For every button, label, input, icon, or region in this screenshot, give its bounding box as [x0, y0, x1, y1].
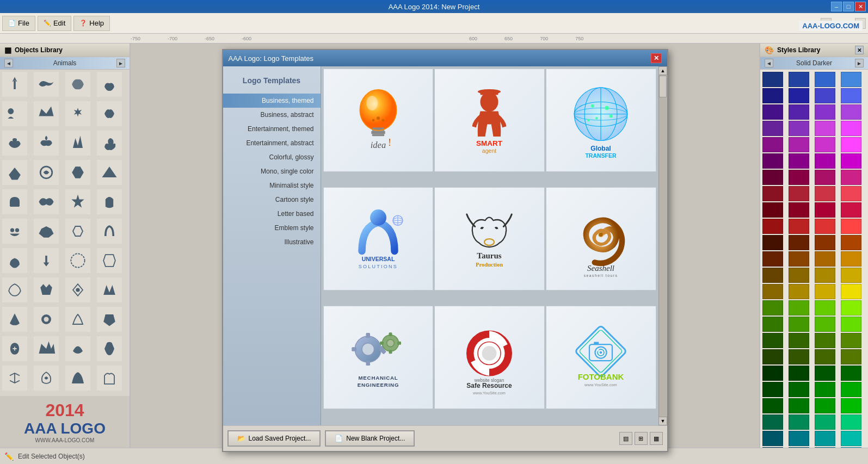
list-item[interactable]: [34, 101, 59, 126]
color-swatch[interactable]: [815, 104, 835, 120]
color-swatch[interactable]: [841, 137, 861, 152]
list-item[interactable]: [34, 72, 59, 97]
logo-card-smart-agent[interactable]: SMART agent: [434, 69, 545, 172]
sidebar-item-colorful-glossy[interactable]: Colorful, glossy: [223, 150, 321, 164]
list-item[interactable]: [97, 72, 122, 97]
scroll-thumb[interactable]: [659, 76, 667, 97]
color-swatch[interactable]: [762, 153, 783, 169]
color-swatch[interactable]: [762, 104, 783, 120]
list-item[interactable]: [2, 219, 27, 244]
list-item[interactable]: [65, 219, 90, 244]
logo-card-seashell[interactable]: Seashell seashell tours: [546, 187, 656, 290]
list-item[interactable]: [65, 366, 90, 391]
list-item[interactable]: [34, 131, 59, 156]
logo-card-idea[interactable]: idea !: [323, 69, 434, 172]
list-item[interactable]: [34, 219, 59, 244]
color-swatch[interactable]: [789, 414, 809, 430]
list-item[interactable]: [2, 160, 27, 185]
color-swatch[interactable]: [762, 202, 783, 218]
list-item[interactable]: [97, 307, 122, 332]
sidebar-item-entertainment-abstract[interactable]: Entertainment, abstract: [223, 136, 321, 150]
color-swatch[interactable]: [815, 398, 835, 413]
list-item[interactable]: [2, 248, 27, 273]
list-item[interactable]: [65, 160, 90, 185]
color-swatch[interactable]: [762, 284, 783, 299]
color-swatch[interactable]: [762, 219, 783, 234]
list-item[interactable]: [65, 336, 90, 361]
color-swatch[interactable]: [789, 333, 809, 348]
color-swatch[interactable]: [841, 88, 861, 103]
list-item[interactable]: [34, 336, 59, 361]
list-item[interactable]: [34, 307, 59, 332]
minimize-button[interactable]: –: [831, 2, 842, 11]
sidebar-item-business-abstract[interactable]: Business, abstract: [223, 108, 321, 122]
color-swatch[interactable]: [789, 121, 809, 136]
color-swatch[interactable]: [815, 349, 835, 364]
color-swatch[interactable]: [762, 431, 783, 446]
color-swatch[interactable]: [841, 186, 861, 201]
color-swatch[interactable]: [815, 366, 835, 381]
view-grid-button[interactable]: ⊞: [635, 432, 648, 445]
color-swatch[interactable]: [762, 88, 783, 103]
color-swatch[interactable]: [815, 219, 835, 234]
list-item[interactable]: [97, 160, 122, 185]
list-item[interactable]: [65, 131, 90, 156]
list-item[interactable]: [65, 72, 90, 97]
list-item[interactable]: [65, 101, 90, 126]
color-swatch[interactable]: [789, 398, 809, 413]
maximize-button[interactable]: □: [843, 2, 854, 11]
color-swatch[interactable]: [815, 431, 835, 446]
list-item[interactable]: [97, 336, 122, 361]
color-swatch[interactable]: [815, 284, 835, 299]
sidebar-item-entertainment-themed[interactable]: Entertainment, themed: [223, 122, 321, 136]
color-swatch[interactable]: [762, 317, 783, 332]
color-swatch[interactable]: [762, 333, 783, 348]
list-item[interactable]: [97, 277, 122, 302]
color-swatch[interactable]: [841, 317, 861, 332]
color-swatch[interactable]: [789, 251, 809, 267]
logo-card-safe-resource[interactable]: website slogan Safe Resource www.YouSite…: [434, 306, 545, 409]
color-swatch[interactable]: [841, 300, 861, 315]
color-swatch[interactable]: [789, 349, 809, 364]
color-swatch[interactable]: [841, 251, 861, 267]
list-item[interactable]: [65, 248, 90, 273]
view-details-button[interactable]: ▦: [650, 432, 663, 445]
list-item[interactable]: [97, 219, 122, 244]
logo-card-universal-solutions[interactable]: UNIVERSAL SOLUTIONS: [323, 187, 434, 290]
list-item[interactable]: [97, 101, 122, 126]
color-swatch[interactable]: [815, 72, 835, 87]
color-swatch[interactable]: [762, 300, 783, 315]
logo-card-mechanical-engineering[interactable]: MECHANICAL ENGINEERING: [323, 306, 434, 409]
scroll-down-button[interactable]: ▼: [658, 417, 667, 425]
list-item[interactable]: [65, 307, 90, 332]
color-swatch[interactable]: [815, 300, 835, 315]
color-swatch[interactable]: [789, 366, 809, 381]
color-swatch[interactable]: [762, 137, 783, 152]
color-swatch[interactable]: [762, 186, 783, 201]
new-blank-project-button[interactable]: 📄 New Blank Project...: [325, 430, 415, 447]
color-swatch[interactable]: [762, 349, 783, 364]
list-item[interactable]: [34, 248, 59, 273]
color-swatch[interactable]: [762, 235, 783, 250]
styles-panel-close-button[interactable]: ✕: [855, 46, 864, 54]
color-swatch[interactable]: [841, 153, 861, 169]
color-swatch[interactable]: [815, 414, 835, 430]
color-swatch[interactable]: [762, 121, 783, 136]
sidebar-item-emblem[interactable]: Emblem style: [223, 221, 321, 235]
color-swatch[interactable]: [841, 202, 861, 218]
color-swatch[interactable]: [762, 447, 783, 448]
color-swatch[interactable]: [841, 398, 861, 413]
list-item[interactable]: [34, 366, 59, 391]
color-swatch[interactable]: [815, 333, 835, 348]
color-swatch[interactable]: [789, 235, 809, 250]
list-item[interactable]: [97, 131, 122, 156]
sidebar-item-letter[interactable]: Letter based: [223, 207, 321, 221]
load-saved-project-button[interactable]: 📂 Load Saved Project...: [227, 430, 321, 447]
color-swatch[interactable]: [789, 268, 809, 283]
list-item[interactable]: [2, 307, 27, 332]
color-swatch[interactable]: [815, 153, 835, 169]
color-swatch[interactable]: [841, 284, 861, 299]
color-swatch[interactable]: [815, 268, 835, 283]
color-swatch[interactable]: [841, 333, 861, 348]
sidebar-item-illustrative[interactable]: Illustrative: [223, 235, 321, 249]
